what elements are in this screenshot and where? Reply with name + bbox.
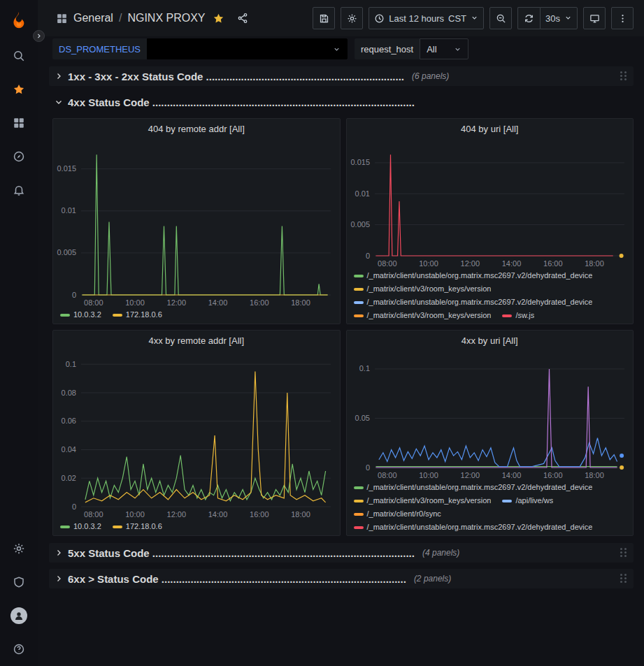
dashboard-header: General / NGINX PROXY Last 12 hours CST [38, 0, 644, 36]
sidebar-expand-button[interactable] [33, 30, 45, 42]
y-axis-tick-label: 0 [72, 502, 76, 511]
refresh-interval-dropdown[interactable]: 30s [540, 7, 578, 29]
grafana-logo[interactable] [0, 0, 38, 39]
legend-item[interactable]: /_matrix/client/unstable/org.matrix.msc2… [354, 522, 593, 533]
variable-ds-label[interactable]: DS_PROMETHEUS [52, 38, 147, 59]
zoom-out-button[interactable] [489, 7, 512, 29]
row-title: 5xx Status Code ........................… [68, 547, 415, 559]
time-series-chart[interactable]: 00.050.108:0010:0012:0014:0016:0018:00 [347, 350, 634, 481]
legend-label: /_matrix/client/unstable/org.matrix.msc2… [367, 270, 593, 281]
legend-label: /_matrix/client/unstable/org.matrix.msc2… [367, 297, 593, 307]
legend-swatch [502, 500, 512, 502]
legend-label: /_matrix/client/unstable/org.matrix.msc2… [367, 482, 593, 493]
x-axis-tick-label: 16:00 [250, 510, 269, 519]
row-drag-handle[interactable] [620, 548, 627, 558]
sidebar-item-search[interactable] [0, 39, 38, 73]
panel-title[interactable]: 4xx by remote addr [All] [53, 331, 340, 350]
sidebar-item-configuration[interactable] [0, 532, 38, 565]
favorite-star-button[interactable] [213, 13, 224, 24]
chevron-right-icon [55, 574, 63, 583]
row-1xx-3xx-2xx-status-code[interactable]: 1xx - 3xx - 2xx Status Code ............… [49, 66, 634, 86]
chevron-right-icon [36, 33, 42, 39]
series-point-marker [620, 465, 624, 470]
row-panel-count: (6 panels) [412, 71, 449, 81]
legend-swatch [113, 526, 122, 528]
legend-item[interactable]: /_matrix/client/v3/room_keys/version [354, 310, 492, 321]
legend-item[interactable]: /_matrix/client/v3/room_keys/version [354, 495, 492, 506]
dashboard-settings-button[interactable] [341, 7, 363, 29]
sidebar-item-dashboards[interactable] [0, 106, 38, 140]
time-series-chart[interactable]: 00.020.040.060.080.108:0010:0012:0014:00… [53, 350, 340, 520]
legend-item[interactable]: 172.18.0.6 [113, 310, 162, 320]
save-dashboard-button[interactable] [313, 7, 335, 29]
more-options-button[interactable] [611, 7, 634, 29]
time-series-chart[interactable]: 00.0050.010.01508:0010:0012:0014:0016:00… [53, 138, 340, 308]
bell-icon [13, 184, 25, 196]
legend-item[interactable]: /_matrix/client/unstable/org.matrix.msc2… [354, 482, 593, 493]
legend-item[interactable]: 172.18.0.6 [113, 521, 162, 532]
share-button[interactable] [237, 13, 248, 24]
legend-label: 172.18.0.6 [126, 521, 162, 532]
series-point-marker [620, 454, 624, 458]
row-title: 4xx Status Code ........................… [68, 96, 415, 108]
legend-item[interactable]: /_matrix/client/v3/room_keys/version [354, 284, 492, 294]
variable-ds-value-dropdown[interactable] [147, 38, 348, 59]
legend-item[interactable]: /sw.js [502, 310, 534, 321]
sidebar-item-explore[interactable] [0, 140, 38, 173]
variable-request-host-value: All [427, 44, 436, 55]
panel-404-by-uri: 404 by uri [All] 00.0050.010.01508:0010:… [346, 118, 634, 324]
x-axis-tick-label: 12:00 [460, 259, 480, 268]
row-drag-handle[interactable] [620, 574, 627, 584]
y-axis-tick-label: 0.06 [62, 417, 76, 425]
y-axis-tick-label: 0.005 [57, 248, 76, 256]
series-line [83, 154, 328, 295]
panel-title[interactable]: 4xx by uri [All] [347, 331, 634, 350]
row-4xx-status-code[interactable]: 4xx Status Code ........................… [49, 92, 634, 112]
panel-title[interactable]: 404 by remote addr [All] [53, 119, 340, 138]
y-axis-tick-label: 0.04 [62, 445, 76, 454]
row-title: 1xx - 3xx - 2xx Status Code ............… [68, 71, 404, 82]
legend-item[interactable]: 10.0.3.2 [60, 521, 101, 532]
breadcrumb-title[interactable]: NGINX PROXY [127, 12, 205, 24]
legend-item[interactable]: /_matrix/client/r0/sync [354, 509, 441, 519]
panel-grid: 404 by remote addr [All] 00.0050.010.015… [52, 118, 634, 536]
timezone-label: CST [448, 13, 466, 24]
cycle-view-button[interactable] [583, 7, 606, 29]
chevron-down-icon [564, 13, 572, 24]
x-axis-tick-label: 16:00 [543, 259, 563, 268]
series-line [375, 154, 613, 256]
chart-canvas: 00.050.108:0010:0012:0014:0016:0018:00 [347, 350, 634, 481]
row-6xx-status-code[interactable]: 6xx > Status Code ......................… [49, 569, 634, 588]
y-axis-tick-label: 0.08 [62, 389, 76, 397]
panel-4xx-by-remote-addr: 4xx by remote addr [All] 00.020.040.060.… [52, 330, 341, 536]
main-content: General / NGINX PROXY Last 12 hours CST [38, 0, 644, 666]
x-axis-tick-label: 10:00 [419, 471, 438, 479]
refresh-button[interactable] [517, 7, 540, 29]
variable-request-host-dropdown[interactable]: All [420, 38, 468, 59]
star-filled-icon [213, 13, 224, 24]
legend-swatch [354, 526, 364, 529]
chart-legend: /_matrix/client/unstable/org.matrix.msc2… [347, 269, 634, 324]
refresh-group: 30s [517, 7, 578, 29]
help-icon [13, 643, 25, 656]
sidebar-item-starred[interactable] [0, 73, 38, 106]
panel-title[interactable]: 404 by uri [All] [347, 119, 634, 138]
legend-swatch [354, 301, 364, 304]
legend-item[interactable]: /_matrix/client/unstable/org.matrix.msc2… [354, 270, 593, 281]
apps-grid-icon [13, 117, 25, 129]
sidebar-item-help[interactable] [0, 632, 38, 666]
zoom-out-icon [496, 13, 506, 24]
sidebar-item-profile[interactable] [0, 599, 38, 632]
refresh-icon [524, 13, 534, 24]
legend-item[interactable]: /_matrix/client/unstable/org.matrix.msc2… [354, 297, 593, 307]
sidebar-item-alerting[interactable] [0, 173, 38, 207]
row-5xx-status-code[interactable]: 5xx Status Code ........................… [49, 543, 634, 563]
time-range-picker[interactable]: Last 12 hours CST [368, 7, 484, 29]
legend-item[interactable]: /api/live/ws [502, 495, 553, 506]
time-series-chart[interactable]: 00.0050.010.01508:0010:0012:0014:0016:00… [347, 138, 634, 269]
breadcrumb-folder[interactable]: General [73, 12, 113, 24]
row-panel-count: (2 panels) [414, 574, 451, 584]
legend-item[interactable]: 10.0.3.2 [60, 310, 101, 320]
sidebar-item-server-admin[interactable] [0, 565, 38, 599]
row-drag-handle[interactable] [620, 71, 627, 81]
